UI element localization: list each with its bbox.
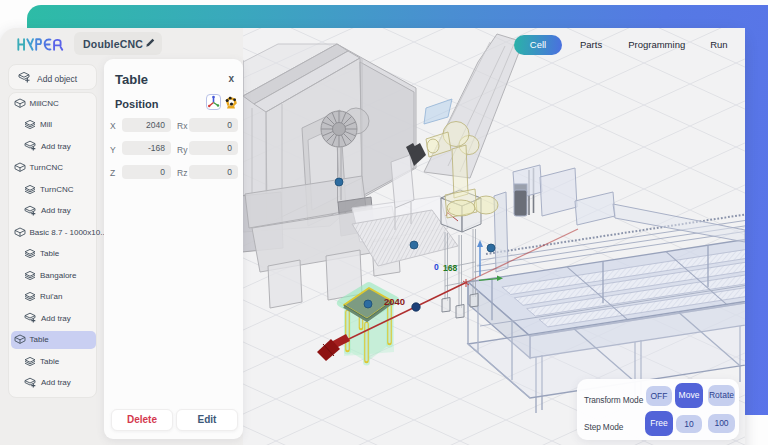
svg-text:0: 0 xyxy=(434,262,439,272)
svg-text:168: 168 xyxy=(443,263,457,273)
svg-text:2040: 2040 xyxy=(384,296,405,307)
